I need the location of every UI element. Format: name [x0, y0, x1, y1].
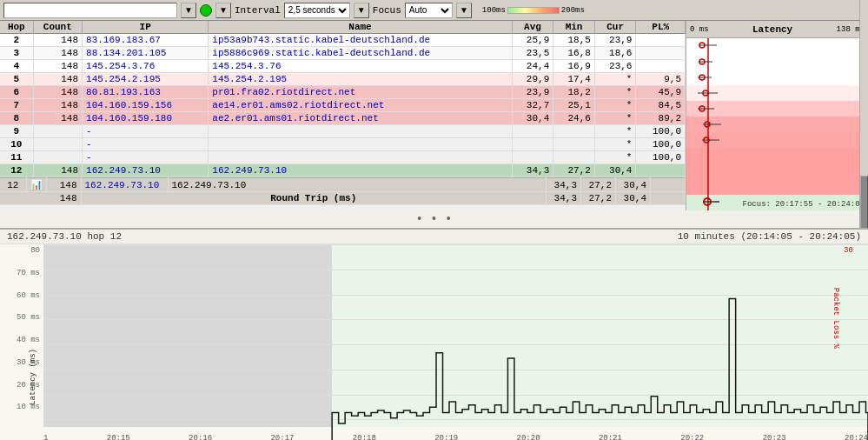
cell-avg: 32,7 — [512, 99, 553, 112]
traceroute-table: Hop Count IP Name Avg Min Cur PL% 2 148 … — [0, 21, 686, 177]
dots-separator: • • • — [0, 210, 868, 228]
cell-count: 148 — [33, 47, 82, 60]
table-row[interactable]: 10 - * 100,0 — [0, 138, 686, 151]
interval-select[interactable]: 2,5 seconds 5 seconds — [284, 3, 350, 18]
col-min: Min — [553, 21, 595, 34]
cell-avg: 23,9 — [512, 86, 553, 99]
svg-rect-1 — [686, 54, 868, 70]
target-input[interactable]: 162.249.73.10 — [3, 3, 177, 18]
cell-hop: 11 — [0, 151, 33, 164]
cell-name: ae2.er01.ams01.riotdirect.net — [209, 112, 512, 125]
table-row[interactable]: 5 148 145.254.2.195 145.254.2.195 29,9 1… — [0, 73, 686, 86]
col-ip: IP — [83, 21, 209, 34]
cell-count — [33, 138, 82, 151]
totals-count: 148 — [0, 192, 81, 205]
cell-count: 148 — [33, 60, 82, 73]
cell-pl — [636, 60, 686, 73]
chart-icon: 📊 — [26, 178, 46, 192]
cell-count: 148 — [33, 86, 82, 99]
cell-name: 162.249.73.10 — [209, 164, 512, 177]
cell-pl — [636, 47, 686, 60]
cell-pl: 100,0 — [636, 151, 686, 164]
cell-cur: 23,9 — [594, 34, 636, 47]
x-2022: 20:22 — [680, 434, 704, 440]
footer-count: 148 — [46, 178, 81, 192]
cell-cur: * — [594, 112, 636, 125]
right-y-axis: 30 — [842, 244, 868, 427]
table-row[interactable]: 7 148 104.160.159.156 ae14.er01.ams02.ri… — [0, 99, 686, 112]
cell-name — [209, 138, 512, 151]
totals-avg: 34,3 — [547, 192, 581, 205]
focus-select[interactable]: Auto Manual — [405, 3, 453, 18]
x-2017: 20:17 — [270, 434, 294, 440]
cell-avg: 34,3 — [512, 164, 553, 177]
x-1: 1 — [43, 434, 48, 440]
cell-min: 17,4 — [553, 73, 595, 86]
cell-ip: 145.254.2.195 — [83, 73, 209, 86]
start-button[interactable] — [200, 4, 212, 17]
cell-ip: 145.254.3.76 — [83, 60, 209, 73]
latency-header: 0 ms Latency 138 ms — [686, 21, 868, 38]
cell-cur: 30,4 — [594, 164, 636, 177]
cell-hop: 6 — [0, 86, 33, 99]
table-row[interactable]: 9 - * 100,0 — [0, 125, 686, 138]
table-row[interactable]: 8 148 104.160.159.180 ae2.er01.ams01.rio… — [0, 112, 686, 125]
totals-pl — [651, 192, 686, 205]
svg-rect-8 — [686, 163, 868, 179]
x-2021: 20:21 — [599, 434, 622, 440]
dropdown-arrow-btn[interactable]: ▼ — [181, 3, 196, 18]
cell-avg: 25,9 — [512, 34, 553, 47]
latency-ylabel: Latency (ms) — [29, 349, 37, 405]
x-2018: 20:18 — [353, 434, 376, 440]
latency-title: Latency — [752, 24, 792, 35]
bottom-chart-svg — [43, 244, 868, 440]
cell-hop: 10 — [0, 138, 33, 151]
cell-count: 148 — [33, 112, 82, 125]
cell-min: 18,2 — [553, 86, 595, 99]
cell-hop: 2 — [0, 34, 33, 47]
footer-ip: 162.249.73.10 — [81, 178, 168, 192]
cell-count — [33, 125, 82, 138]
interval-down-btn[interactable]: ▼ — [354, 3, 369, 18]
cell-hop: 9 — [0, 125, 33, 138]
menu-btn[interactable]: ▼ — [215, 3, 231, 18]
interval-label: Interval — [235, 5, 281, 16]
cell-cur: * — [594, 99, 636, 112]
cell-count: 148 — [33, 34, 82, 47]
cell-min: 16,9 — [553, 60, 595, 73]
latency-panel: 0 ms Latency 138 ms — [686, 21, 868, 210]
x-2019: 20:19 — [434, 434, 458, 440]
col-avg: Avg — [512, 21, 553, 34]
cell-avg: 23,5 — [512, 47, 553, 60]
cell-name: ip5886c969.static.kabel-deutschland.de — [209, 47, 512, 60]
table-row[interactable]: 6 148 80.81.193.163 pr01.fra02.riotdirec… — [0, 86, 686, 99]
cell-pl — [636, 164, 686, 177]
svg-rect-2 — [686, 70, 868, 85]
table-row[interactable]: 12 148 162.249.73.10 162.249.73.10 34,3 … — [0, 164, 686, 177]
cell-ip: - — [83, 125, 209, 138]
table-row[interactable]: 2 148 83.169.183.67 ip53a9b743.static.ka… — [0, 34, 686, 47]
cell-cur: * — [594, 151, 636, 164]
cell-cur: * — [594, 125, 636, 138]
svg-rect-9 — [686, 179, 868, 195]
table-row[interactable]: 11 - * 100,0 — [0, 151, 686, 164]
table-area: Hop Count IP Name Avg Min Cur PL% 2 148 … — [0, 21, 686, 210]
cell-count — [33, 151, 82, 164]
cell-ip: - — [83, 151, 209, 164]
cell-cur: * — [594, 138, 636, 151]
cell-name: ae14.er01.ams02.riotdirect.net — [209, 99, 512, 112]
cell-hop: 4 — [0, 60, 33, 73]
x-2020: 20:20 — [517, 434, 540, 440]
cell-min — [553, 125, 595, 138]
pl-30: 30 — [844, 246, 853, 255]
table-row[interactable]: 3 148 88.134.201.105 ip5886c969.static.k… — [0, 47, 686, 60]
cell-cur: 23,6 — [594, 60, 636, 73]
cell-count: 148 — [33, 99, 82, 112]
cell-hop: 5 — [0, 73, 33, 86]
table-row[interactable]: 4 148 145.254.3.76 145.254.3.76 24,4 16,… — [0, 60, 686, 73]
cell-min — [553, 138, 595, 151]
col-count: Count — [33, 21, 82, 34]
y-80: 80 — [30, 246, 40, 255]
focus-down-btn[interactable]: ▼ — [456, 3, 472, 18]
ms200-label: 200ms — [561, 6, 585, 15]
